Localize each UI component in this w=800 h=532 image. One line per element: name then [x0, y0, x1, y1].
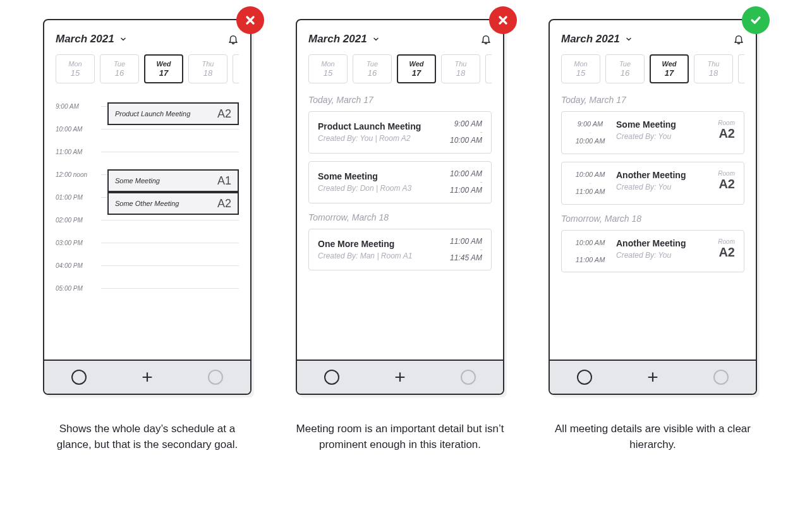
date-chip[interactable]: Tue 16 — [605, 54, 645, 83]
date-dow: Tue — [367, 60, 378, 68]
event-meta: Created By: You | Room A2 — [318, 134, 421, 143]
nav-back-button[interactable] — [577, 370, 592, 385]
event-meta: Created By: You — [616, 132, 698, 141]
time-label: 12:00 noon — [56, 171, 101, 178]
event-title: Product Launch Meeting — [318, 121, 421, 131]
date-chip[interactable]: Tue 16 — [100, 54, 139, 83]
event-card[interactable]: One More Meeting Created By: Man | Room … — [308, 229, 492, 271]
event-card[interactable]: 9:00 AM - 10:00 AM Some Meeting Created … — [561, 111, 744, 154]
date-num: 15 — [71, 68, 80, 78]
time-label: 9:00 AM — [56, 103, 101, 110]
date-dow: Tue — [114, 60, 125, 68]
event-title: Some Meeting — [616, 119, 698, 130]
event-time: 9:00 AM - 10:00 AM — [450, 119, 482, 145]
cross-icon — [489, 6, 517, 34]
date-chip[interactable]: Wed 17 — [144, 54, 183, 83]
event-meta: Created By: You — [616, 251, 698, 260]
chevron-down-icon — [625, 35, 633, 43]
date-num: 15 — [324, 68, 332, 78]
date-strip[interactable]: Mon 15 Tue 16 Wed 17 Thu 18 — [561, 54, 744, 83]
nav-menu-button[interactable] — [461, 370, 476, 385]
date-strip[interactable]: Mon 15 Tue 16 Wed 17 Thu 18 — [56, 54, 239, 83]
nav-add-button[interactable]: + — [394, 368, 406, 387]
month-picker[interactable]: March 2021 — [561, 33, 633, 45]
date-chip[interactable]: Mon 15 — [308, 54, 348, 83]
event-room: Room A2 — [705, 170, 735, 196]
timeline[interactable]: 9:00 AM 10:00 AM 11:00 AM 12:00 noon 01:… — [56, 95, 239, 306]
date-num: 18 — [203, 68, 212, 78]
month-label: March 2021 — [56, 33, 114, 45]
date-chip[interactable]: Mon 15 — [56, 54, 95, 83]
section-tomorrow: Tomorrow, March 18 — [308, 212, 492, 222]
date-chip[interactable]: Thu 18 — [441, 54, 480, 83]
month-picker[interactable]: March 2021 — [56, 33, 127, 45]
event-time: 10:00 AM - 11:00 AM — [450, 169, 482, 195]
date-chip[interactable]: Thu 18 — [188, 54, 227, 83]
month-label: March 2021 — [561, 33, 620, 45]
date-dow: Thu — [455, 60, 467, 68]
event-title: One More Meeting — [318, 239, 412, 249]
month-label: March 2021 — [308, 33, 367, 45]
timeline-event[interactable]: Product Launch Meeting A2 — [107, 102, 239, 125]
event-time: 10:00 AM - 11:00 AM — [571, 238, 610, 265]
event-room: A2 — [217, 197, 231, 210]
mockup-c: March 2021 Mon 15 Tue 16 Wed 17 Thu 18 T… — [548, 19, 757, 395]
event-title: Product Launch Meeting — [115, 110, 190, 118]
event-card[interactable]: Product Launch Meeting Created By: You |… — [308, 111, 492, 154]
event-title: Some Other Meeting — [115, 200, 179, 207]
date-dow: Mon — [68, 60, 82, 68]
caption: All meeting details are visible with a c… — [548, 421, 757, 452]
event-room: A1 — [217, 174, 231, 188]
section-today: Today, March 17 — [308, 95, 492, 105]
time-label: 10:00 AM — [56, 126, 101, 133]
event-title: Some Meeting — [318, 171, 411, 181]
date-dow: Mon — [574, 60, 587, 68]
date-num: 18 — [456, 68, 465, 78]
event-room: Room A2 — [705, 119, 735, 146]
bell-icon[interactable] — [733, 33, 744, 45]
date-chip[interactable]: Mon 15 — [561, 54, 600, 83]
date-chip-partial[interactable] — [738, 54, 744, 83]
time-label: 03:00 PM — [56, 239, 101, 246]
bell-icon[interactable] — [227, 33, 239, 45]
event-room: Room A2 — [705, 238, 735, 265]
date-strip[interactable]: Mon 15 Tue 16 Wed 17 Thu 18 — [308, 54, 492, 83]
time-label: 01:00 PM — [56, 194, 101, 201]
date-chip-partial[interactable] — [233, 54, 239, 83]
date-chip-partial[interactable] — [485, 54, 492, 83]
date-chip[interactable]: Wed 17 — [397, 54, 436, 83]
nav-back-button[interactable] — [71, 370, 87, 385]
month-picker[interactable]: March 2021 — [308, 33, 380, 45]
event-card[interactable]: 10:00 AM - 11:00 AM Another Meeting Crea… — [561, 230, 744, 273]
timeline-event[interactable]: Some Meeting A1 — [107, 169, 239, 192]
date-num: 18 — [709, 68, 718, 78]
time-label: 02:00 PM — [56, 217, 101, 224]
nav-back-button[interactable] — [324, 370, 339, 385]
event-card[interactable]: Some Meeting Created By: Don | Room A3 1… — [308, 161, 492, 203]
date-num: 16 — [621, 68, 629, 78]
nav-menu-button[interactable] — [208, 370, 223, 385]
date-dow: Mon — [321, 60, 334, 68]
date-chip[interactable]: Tue 16 — [353, 54, 392, 83]
nav-add-button[interactable]: + — [647, 368, 658, 387]
cross-icon — [236, 6, 264, 34]
nav-add-button[interactable]: + — [142, 368, 153, 387]
date-chip[interactable]: Thu 18 — [694, 54, 733, 83]
date-dow: Wed — [409, 60, 423, 68]
date-num: 17 — [159, 68, 168, 78]
date-dow: Tue — [619, 60, 631, 68]
date-dow: Wed — [156, 60, 171, 68]
chevron-down-icon — [119, 35, 127, 43]
event-time: 9:00 AM - 10:00 AM — [571, 119, 610, 146]
event-meta: Created By: You — [616, 183, 698, 191]
date-chip[interactable]: Wed 17 — [650, 54, 689, 83]
timeline-event[interactable]: Some Other Meeting A2 — [107, 192, 239, 215]
bell-icon[interactable] — [480, 33, 492, 45]
event-card[interactable]: 10:00 AM - 11:00 AM Another Meeting Crea… — [561, 162, 744, 205]
date-num: 17 — [412, 68, 421, 78]
bottom-nav: + — [550, 360, 756, 394]
event-title: Another Meeting — [616, 170, 698, 180]
nav-menu-button[interactable] — [713, 370, 729, 385]
event-time: 11:00 AM - 11:45 AM — [450, 237, 482, 263]
date-num: 17 — [665, 68, 674, 78]
